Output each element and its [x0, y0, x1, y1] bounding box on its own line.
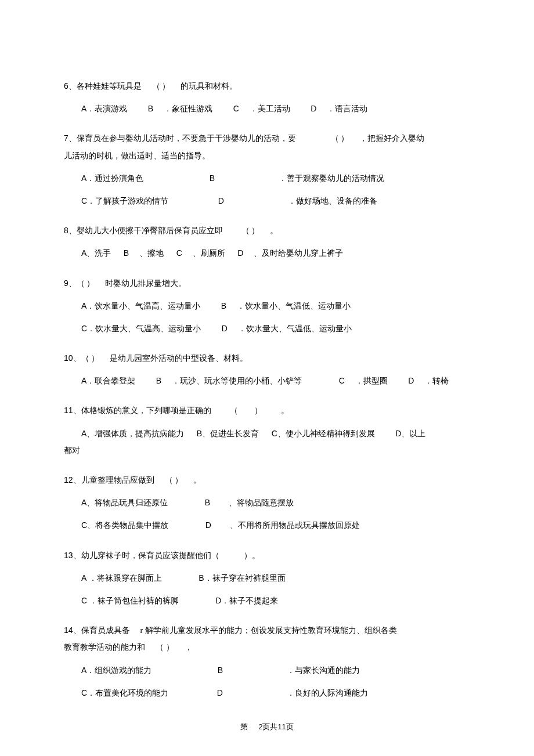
q7-cont: 儿活动的时机，做出适时、适当的指导。 [64, 149, 470, 163]
opt-letter: A [81, 301, 86, 310]
opt-text: ．玩沙、玩水等使用的小桶、小铲等 [172, 377, 302, 385]
opt-letter: A [81, 376, 86, 385]
opt-letter: D [311, 104, 316, 113]
opt-text: ．饮水量小、气温低、运动量小 [237, 302, 351, 310]
opt-letter: D [222, 324, 228, 333]
q-blank: （ ） [156, 643, 174, 652]
opt-text: ．组织游戏的能力 [86, 666, 151, 675]
q-number: 7 [64, 133, 68, 143]
opt-letter: B [221, 301, 226, 310]
q8-options: A、洗手 B、擦地 C、刷厕所 D、及时给婴幼儿穿上裤子 [64, 246, 470, 261]
opt-letter: B [148, 104, 153, 113]
question-10: 10、（ ）是幼儿园室外活动的中型设备、材料。 [64, 351, 470, 366]
opt-text: 、刷厕所 [193, 249, 225, 258]
q11-cont: 都对 [64, 443, 470, 458]
opt-letter: C [233, 104, 239, 113]
opt-text: ．通过扮演角色 [86, 174, 143, 183]
q12-options-row2: C、将各类物品集中摆放 D、不用将所用物品或玩具摆放回原处 [64, 518, 470, 533]
opt-letter: D [408, 376, 414, 385]
opt-text: ．饮水量大、气温低、运动量小 [238, 324, 352, 333]
opt-letter: D [218, 196, 224, 205]
q14-cont: 教育教学活动的能力和（ ）， [64, 640, 470, 654]
q-number: 6 [64, 81, 68, 91]
opt-letter: B [205, 498, 210, 507]
q-cont-a: 教育教学活动的能力和 [64, 643, 145, 652]
q-text: 保育员在参与婴幼儿活动时，不要急于干涉婴幼儿的活动，要 [77, 134, 296, 143]
question-6: 6、各种娃娃等玩具是（ ）的玩具和材料。 [64, 79, 470, 93]
opt-letter: C [81, 324, 87, 333]
opt-letter: A [81, 173, 86, 183]
q-text-b: 。 [193, 476, 201, 484]
q12-options-row1: A、将物品玩具归还原位 B、将物品随意摆放 [64, 495, 470, 510]
opt-letter: D [237, 248, 243, 258]
q14-options-row1: A．组织游戏的能力 B．与家长沟通的能力 [64, 663, 470, 678]
opt-letter: A [81, 573, 86, 583]
opt-letter: D [205, 520, 211, 530]
opt-letter: B [210, 173, 215, 183]
q-text-b: 。 [281, 406, 289, 415]
opt-text: 、以上 [401, 429, 425, 438]
opt-letter: B [218, 665, 223, 675]
opt-text: ．饮水量小、气温高、运动量小 [86, 302, 200, 310]
opt-text: ．将袜跟穿在脚面上 [89, 574, 162, 583]
q-number: 9 [64, 278, 68, 288]
opt-letter: B [156, 376, 161, 385]
opt-text: 、增强体质，提高抗病能力 [86, 429, 184, 438]
opt-text: ．与家长沟通的能力 [287, 666, 360, 675]
q-text-b: ，把握好介入婴幼 [359, 134, 424, 143]
opt-text: ．美工活动 [250, 104, 290, 113]
q-text: 体格锻炼的意义，下列哪项是正确的 [81, 406, 211, 415]
opt-text: ．善于观察婴幼儿的活动情况 [279, 174, 384, 183]
opt-text: ．语言活动 [327, 104, 367, 113]
opt-text: ．转椅 [424, 377, 449, 385]
opt-letter: B [124, 248, 129, 258]
opt-text: 、将物品随意摆放 [229, 498, 294, 507]
q-text: 婴幼儿大小便擦干净臀部后保育员应立即 [77, 226, 223, 235]
q-number: 14 [64, 625, 73, 635]
q-text: 儿童整理物品应做到 [81, 476, 154, 484]
question-13: 13、幼儿穿袜子时，保育员应该提醒他们（ ）。 [64, 548, 470, 563]
opt-letter: C [81, 596, 87, 605]
q-text-mid: r 解学前儿童发展水平的能力；创设发展支持性教育环境能力、组织各类 [140, 626, 397, 635]
q-cont-b: ， [185, 643, 193, 652]
q9-options-row1: A．饮水量小、气温高、运动量小 B．饮水量小、气温低、运动量小 [64, 299, 470, 313]
q-text-b: 是幼儿园室外活动的中型设备、材料。 [110, 354, 248, 363]
q11-options: A、增强体质，提高抗病能力 B、促进生长发育 C、使小儿神经精神得到发展 D、以… [64, 426, 470, 441]
opt-letter: D [395, 429, 401, 438]
q-text: 各种娃娃等玩具是 [77, 82, 142, 91]
opt-text: 、促进生长发育 [202, 429, 259, 438]
opt-letter: A [81, 248, 86, 258]
opt-letter: A [81, 665, 86, 675]
opt-text: 、将物品玩具归还原位 [86, 498, 168, 507]
opt-text: ．布置美化环境的能力 [87, 689, 168, 697]
opt-text: ．饮水量大、气温高、运动量小 [87, 324, 201, 333]
footer-a: 第 [240, 722, 248, 731]
opt-letter: A [81, 429, 86, 438]
q-blank: （ ） [241, 226, 260, 235]
opt-text: ．袜子穿在衬裤腿里面 [204, 574, 286, 583]
opt-letter: C [176, 248, 182, 258]
opt-letter: C [81, 196, 87, 205]
opt-text: ．表演游戏 [86, 104, 127, 113]
opt-letter: B [199, 573, 204, 583]
opt-text: 、擦地 [139, 249, 164, 258]
page-footer: 第2页共11页 [64, 720, 470, 733]
opt-letter: C [272, 429, 277, 438]
q-blank: （ ） [152, 82, 171, 91]
opt-letter: C [81, 688, 87, 697]
opt-letter: D [217, 688, 223, 697]
q-number: 8 [64, 226, 68, 235]
opt-text: 、不用将所用物品或玩具摆放回原处 [230, 521, 360, 530]
question-11: 11、体格锻炼的意义，下列哪项是正确的（ ）。 [64, 403, 470, 418]
opt-text: ．良好的人际沟通能力 [287, 689, 368, 697]
q7-options-row2: C．了解孩子游戏的情节 D．做好场地、设备的准备 [64, 194, 470, 208]
q-blank: （ ） [165, 476, 183, 484]
opt-letter: A [81, 498, 86, 507]
question-8: 8、婴幼儿大小便擦干净臀部后保育员应立即（ ）。 [64, 223, 470, 238]
footer-b: 2页共11页 [258, 722, 294, 731]
q6-options: A．表演游戏 B．象征性游戏 C．美工活动 D．语言活动 [64, 102, 470, 116]
opt-text: 、将各类物品集中摆放 [87, 521, 168, 530]
question-14: 14、保育员成具备r 解学前儿童发展水平的能力；创设发展支持性教育环境能力、组织… [64, 623, 470, 638]
question-12: 12、儿童整理物品应做到（ ）。 [64, 473, 470, 487]
q-number: 13 [64, 551, 73, 560]
